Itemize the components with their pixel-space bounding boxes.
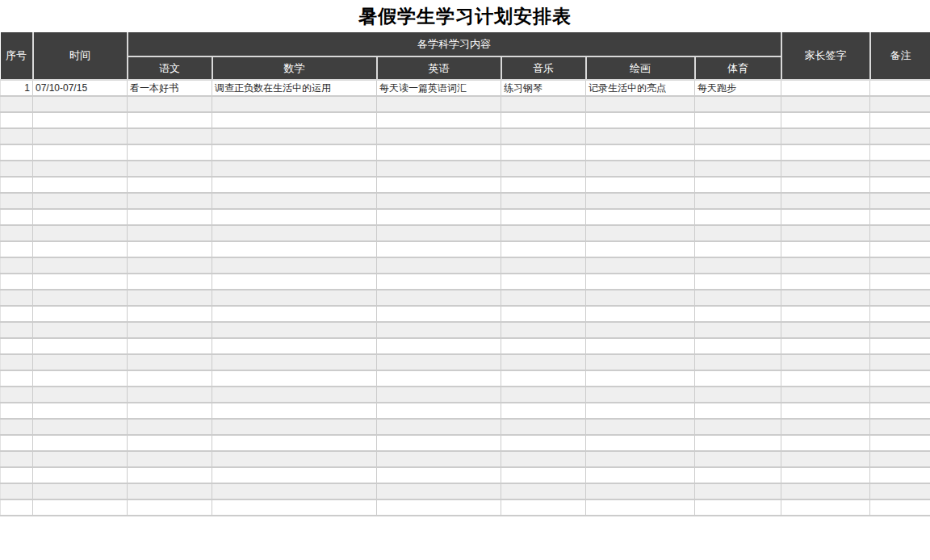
empty-cell-parent-signature[interactable]: [781, 225, 870, 241]
cell-remark[interactable]: [870, 80, 930, 96]
empty-cell-music[interactable]: [501, 241, 586, 257]
empty-cell-remark[interactable]: [870, 451, 930, 467]
empty-cell-music[interactable]: [501, 435, 586, 451]
empty-cell-chinese[interactable]: [128, 499, 212, 516]
empty-cell-pe[interactable]: [695, 225, 781, 241]
empty-cell-painting[interactable]: [586, 370, 695, 387]
empty-cell-remark[interactable]: [870, 177, 930, 193]
empty-cell-time[interactable]: [33, 419, 128, 435]
empty-cell-music[interactable]: [501, 451, 586, 467]
empty-cell-chinese[interactable]: [128, 483, 212, 499]
empty-cell-music[interactable]: [501, 290, 586, 306]
empty-cell-pe[interactable]: [695, 128, 781, 144]
empty-cell-remark[interactable]: [870, 387, 930, 403]
empty-cell-pe[interactable]: [695, 161, 781, 177]
empty-cell-remark[interactable]: [870, 193, 930, 209]
empty-cell-painting[interactable]: [586, 177, 695, 193]
empty-cell-no[interactable]: [1, 435, 33, 451]
empty-cell-no[interactable]: [1, 241, 33, 257]
empty-cell-painting[interactable]: [586, 338, 695, 354]
empty-cell-music[interactable]: [501, 354, 586, 370]
empty-cell-time[interactable]: [33, 354, 128, 370]
empty-cell-parent-signature[interactable]: [781, 387, 870, 403]
empty-cell-remark[interactable]: [870, 322, 930, 338]
empty-cell-time[interactable]: [33, 112, 128, 128]
empty-cell-music[interactable]: [501, 467, 586, 483]
empty-cell-chinese[interactable]: [128, 177, 212, 193]
empty-cell-time[interactable]: [33, 193, 128, 209]
empty-cell-time[interactable]: [33, 467, 128, 483]
empty-cell-pe[interactable]: [695, 354, 781, 370]
empty-cell-chinese[interactable]: [128, 144, 212, 161]
empty-cell-chinese[interactable]: [128, 467, 212, 483]
empty-cell-english[interactable]: [377, 387, 501, 403]
empty-cell-chinese[interactable]: [128, 306, 212, 322]
empty-cell-no[interactable]: [1, 483, 33, 499]
empty-cell-painting[interactable]: [586, 274, 695, 290]
empty-cell-parent-signature[interactable]: [781, 193, 870, 209]
empty-cell-chinese[interactable]: [128, 112, 212, 128]
empty-cell-pe[interactable]: [695, 403, 781, 419]
empty-cell-english[interactable]: [377, 499, 501, 516]
empty-cell-no[interactable]: [1, 225, 33, 241]
empty-cell-pe[interactable]: [695, 483, 781, 499]
empty-cell-chinese[interactable]: [128, 225, 212, 241]
empty-cell-chinese[interactable]: [128, 241, 212, 257]
empty-cell-english[interactable]: [377, 322, 501, 338]
empty-cell-parent-signature[interactable]: [781, 177, 870, 193]
empty-cell-painting[interactable]: [586, 128, 695, 144]
empty-cell-time[interactable]: [33, 96, 128, 112]
empty-cell-painting[interactable]: [586, 96, 695, 112]
empty-cell-music[interactable]: [501, 144, 586, 161]
empty-cell-music[interactable]: [501, 403, 586, 419]
empty-cell-english[interactable]: [377, 128, 501, 144]
empty-cell-parent-signature[interactable]: [781, 338, 870, 354]
empty-cell-painting[interactable]: [586, 499, 695, 516]
empty-cell-pe[interactable]: [695, 209, 781, 225]
empty-cell-painting[interactable]: [586, 467, 695, 483]
empty-cell-remark[interactable]: [870, 225, 930, 241]
empty-cell-pe[interactable]: [695, 144, 781, 161]
empty-cell-chinese[interactable]: [128, 96, 212, 112]
empty-cell-time[interactable]: [33, 435, 128, 451]
empty-cell-math[interactable]: [212, 354, 377, 370]
empty-cell-time[interactable]: [33, 322, 128, 338]
empty-cell-remark[interactable]: [870, 257, 930, 274]
empty-cell-no[interactable]: [1, 499, 33, 516]
empty-cell-remark[interactable]: [870, 354, 930, 370]
empty-cell-parent-signature[interactable]: [781, 209, 870, 225]
empty-cell-no[interactable]: [1, 112, 33, 128]
empty-cell-time[interactable]: [33, 128, 128, 144]
empty-cell-parent-signature[interactable]: [781, 290, 870, 306]
empty-cell-remark[interactable]: [870, 419, 930, 435]
empty-cell-music[interactable]: [501, 483, 586, 499]
cell-time[interactable]: 07/10-07/15: [33, 80, 128, 96]
empty-cell-time[interactable]: [33, 370, 128, 387]
empty-cell-parent-signature[interactable]: [781, 322, 870, 338]
empty-cell-parent-signature[interactable]: [781, 451, 870, 467]
empty-cell-english[interactable]: [377, 306, 501, 322]
empty-cell-english[interactable]: [377, 419, 501, 435]
empty-cell-math[interactable]: [212, 161, 377, 177]
empty-cell-music[interactable]: [501, 387, 586, 403]
cell-english[interactable]: 每天读一篇英语词汇: [377, 80, 501, 96]
empty-cell-math[interactable]: [212, 467, 377, 483]
empty-cell-time[interactable]: [33, 483, 128, 499]
empty-cell-math[interactable]: [212, 403, 377, 419]
empty-cell-pe[interactable]: [695, 112, 781, 128]
empty-cell-time[interactable]: [33, 161, 128, 177]
empty-cell-parent-signature[interactable]: [781, 257, 870, 274]
empty-cell-parent-signature[interactable]: [781, 370, 870, 387]
empty-cell-math[interactable]: [212, 112, 377, 128]
empty-cell-music[interactable]: [501, 370, 586, 387]
empty-cell-remark[interactable]: [870, 112, 930, 128]
empty-cell-music[interactable]: [501, 338, 586, 354]
empty-cell-no[interactable]: [1, 419, 33, 435]
empty-cell-pe[interactable]: [695, 467, 781, 483]
empty-cell-music[interactable]: [501, 96, 586, 112]
empty-cell-english[interactable]: [377, 467, 501, 483]
empty-cell-remark[interactable]: [870, 403, 930, 419]
empty-cell-music[interactable]: [501, 499, 586, 516]
empty-cell-pe[interactable]: [695, 499, 781, 516]
empty-cell-painting[interactable]: [586, 112, 695, 128]
